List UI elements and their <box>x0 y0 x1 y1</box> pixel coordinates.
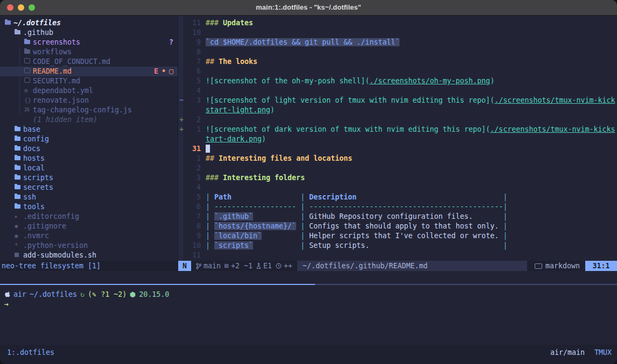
tree-item-config[interactable]: config <box>0 134 178 144</box>
tree-item-label: add-submodules.sh <box>23 251 96 260</box>
tree-item-code-of-conduct-md[interactable]: CODE_OF_CONDUCT.md <box>0 57 178 67</box>
line-text: | `scripts` | Setup scripts. | <box>206 241 507 251</box>
line-number: 7 <box>186 57 201 67</box>
editor-line[interactable]: 6| ------------------- | ---------------… <box>178 202 617 212</box>
tree-item-label: docs <box>23 144 40 154</box>
tree-item-security-md[interactable]: SECURITY.md <box>0 76 178 86</box>
editor-line[interactable]: 8| `hosts/{hostname}/` | Configs that sh… <box>178 222 617 231</box>
editor-line[interactable]: 9| `local/bin` | Helper scripts that I'v… <box>178 231 617 241</box>
editor-line[interactable]: 5![screenshot of the oh-my-posh shell](.… <box>178 76 617 86</box>
window-title: main:1:.dotfiles - "ks~/.dotfiles" <box>256 3 361 12</box>
editor-line[interactable]: start-light.png) <box>178 105 617 115</box>
status-badge: ▢ <box>169 67 173 76</box>
file-md-icon <box>24 76 30 86</box>
line-text: `cd $HOME/.dotfiles && git pull && ./ins… <box>206 38 399 47</box>
gutter-sign <box>178 67 186 76</box>
git-branch-label: main <box>204 261 221 271</box>
editor-line[interactable]: 8 <box>178 47 617 57</box>
tree-item--editorconfig[interactable]: ▸.editorconfig <box>0 212 178 222</box>
line-number: 2 <box>186 115 201 125</box>
editor-line[interactable]: 7| `.github` | GitHub Repository configu… <box>178 212 617 222</box>
shell-pane[interactable]: air ~/.dotfiles ↻ (✎ ?1 ~2) 20.15.0 → <box>0 285 617 345</box>
line-number: 6 <box>186 202 201 212</box>
close-button[interactable] <box>7 4 13 11</box>
line-number: 1 <box>186 154 201 163</box>
editor-line[interactable]: 4 <box>178 86 617 96</box>
editor-line[interactable]: 3### Interesting folders <box>178 173 617 183</box>
tmux-flag: TMUX <box>594 348 612 358</box>
tree-item-readme-md[interactable]: README.mdE•▢ <box>0 67 178 76</box>
line-text: ![screenshot of dark version of tmux wit… <box>206 125 615 134</box>
tree-item-renovate-json[interactable]: {}renovate.json <box>0 96 178 105</box>
tmux-window-item[interactable]: 1:.dotfiles <box>7 348 54 358</box>
tree-item-label: secrets <box>23 183 53 192</box>
zoom-button[interactable] <box>29 4 35 11</box>
tree-item-workflows[interactable]: workflows <box>0 47 178 57</box>
tree-item-label: scripts <box>23 173 53 183</box>
folder-icon <box>15 202 20 212</box>
tree-item-add-submodules-sh[interactable]: add-submodules.sh <box>0 251 178 260</box>
tree-item--python-version[interactable]: *.python-version <box>0 241 178 251</box>
folder-open-icon <box>5 18 11 28</box>
tree-item-dependabot-yml[interactable]: ⚙dependabot.yml <box>0 86 178 96</box>
gutter-sign: + <box>178 125 186 134</box>
git-branch-icon <box>196 263 201 269</box>
editor-line[interactable]: +1![screenshot of dark version of tmux w… <box>178 125 617 134</box>
editor-line[interactable]: 2 <box>178 163 617 173</box>
editor-line[interactable]: 9`cd $HOME/.dotfiles && git pull && ./in… <box>178 38 617 47</box>
gutter-sign <box>178 154 186 163</box>
editor-line[interactable]: 5| Path | Description | <box>178 192 617 202</box>
editor-line[interactable]: 7## The looks <box>178 57 617 67</box>
tree-item--1-hidden-item-[interactable]: (1 hidden item) <box>0 115 178 125</box>
editor-line[interactable]: 6 <box>178 67 617 76</box>
line-text: ## Interesting files and locations <box>206 154 352 163</box>
editor-line[interactable]: 31 <box>178 144 617 154</box>
tree-item-local[interactable]: local <box>0 163 178 173</box>
editor-line[interactable]: 11### Updates <box>178 18 617 28</box>
folder-icon <box>24 47 30 57</box>
tree-item-screenshots[interactable]: screenshots? <box>0 38 178 47</box>
tree-item-scripts[interactable]: scripts <box>0 173 178 183</box>
status-badge: ? <box>169 38 173 47</box>
editor-line[interactable]: 11 <box>178 251 617 260</box>
tmux-status-bar: 1:.dotfiles air/main TMUX <box>0 345 617 364</box>
minimize-button[interactable] <box>18 4 24 11</box>
tree-item-docs[interactable]: docs <box>0 144 178 154</box>
editor-line[interactable]: 10 <box>178 28 617 38</box>
tree-item--nvmrc[interactable]: ◉.nvmrc <box>0 231 178 241</box>
tree-item-ssh[interactable]: ssh <box>0 192 178 202</box>
cursor-block <box>206 145 210 153</box>
line-text: ![screenshot of the oh-my-posh shell](./… <box>206 76 494 86</box>
square-icon <box>15 251 19 260</box>
line-number <box>186 105 201 115</box>
folder-icon <box>15 163 20 173</box>
tree-item-hosts[interactable]: hosts <box>0 154 178 163</box>
tree-item-tools[interactable]: tools <box>0 202 178 212</box>
prompt-git-status: (✎ ?1 ~2) <box>88 290 127 299</box>
node-version: 20.15.0 <box>139 290 169 299</box>
tree-item--dotfiles[interactable]: ~/.dotfiles <box>0 18 178 28</box>
tree-item-base[interactable]: base <box>0 125 178 134</box>
tree-item-tag-changelog-config-js[interactable]: JStag-changelog-config.js <box>0 105 178 115</box>
editor-line[interactable]: ~3![screenshot of light version of tmux … <box>178 96 617 105</box>
diamond-icon: ◆ <box>15 222 18 231</box>
line-text: tart-dark.png) <box>206 134 266 144</box>
editor-line[interactable]: tart-dark.png) <box>178 134 617 144</box>
folder-icon <box>24 38 30 47</box>
tree-item-label: .gitignore <box>23 222 66 231</box>
tree-item--github[interactable]: .github <box>0 28 178 38</box>
prompt-path: ~/.dotfiles <box>30 290 77 299</box>
session-flags: ++ <box>284 261 292 271</box>
editor-buffer[interactable]: 11### Updates109`cd $HOME/.dotfiles && g… <box>178 16 617 261</box>
editor-line[interactable]: 1## Interesting files and locations <box>178 154 617 163</box>
editor-line[interactable]: +2 <box>178 115 617 125</box>
tree-item-label: tools <box>23 202 45 212</box>
tree-item-label: base <box>23 125 40 134</box>
tree-item--gitignore[interactable]: ◆.gitignore <box>0 222 178 231</box>
prompt-input-line[interactable]: → <box>4 299 9 309</box>
tree-item-secrets[interactable]: secrets <box>0 183 178 192</box>
editor-line[interactable]: 10| `scripts` | Setup scripts. | <box>178 241 617 251</box>
neo-tree-sidebar[interactable]: ~/.dotfiles.githubscreenshots?workflowsC… <box>0 16 178 261</box>
editor-line[interactable]: 4 <box>178 183 617 192</box>
status-badge: E <box>154 67 158 76</box>
